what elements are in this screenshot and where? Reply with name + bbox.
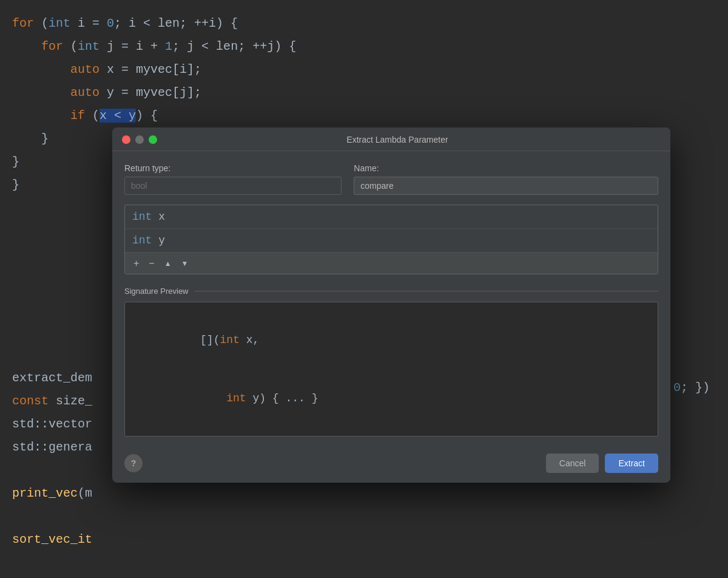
form-row: Return type: bool Name:	[124, 163, 658, 195]
return-type-input[interactable]: bool	[124, 177, 342, 195]
code-line-bot-8: sort_vec_it	[12, 528, 716, 551]
name-group: Name:	[354, 163, 658, 195]
dialog-titlebar: Extract Lambda Parameter	[112, 127, 670, 151]
signature-section: Signature Preview [](int x, int y) { ...…	[124, 287, 658, 437]
signature-header: Signature Preview	[124, 287, 658, 296]
code-line-3: auto x = myvec[i];	[12, 58, 716, 81]
extract-button[interactable]: Extract	[605, 454, 658, 473]
dialog-content: Return type: bool Name: int x int y + − …	[112, 151, 670, 446]
code-line-1: for (int i = 0; i < len; ++i) {	[12, 12, 716, 35]
name-label: Name:	[354, 163, 658, 173]
sig-line-1: [](int x,	[135, 311, 648, 369]
code-line-bot-6: print_vec(m	[12, 482, 716, 505]
param-var-x: x	[158, 211, 165, 223]
return-type-label: Return type:	[124, 163, 342, 173]
code-line-bot-9	[12, 551, 716, 574]
dialog-title: Extract Lambda Parameter	[167, 135, 628, 144]
code-line-5: if (x < y) {	[12, 104, 716, 127]
maximize-button[interactable]	[149, 135, 157, 144]
parameters-section: int x int y + − ▲ ▼	[124, 205, 658, 274]
code-line-bot-10: sort_vec_lo	[12, 574, 716, 578]
help-button[interactable]: ?	[124, 454, 143, 472]
move-up-button[interactable]: ▲	[162, 258, 174, 269]
close-button[interactable]	[122, 135, 130, 144]
cancel-button[interactable]: Cancel	[546, 454, 599, 473]
param-var-y: y	[158, 234, 165, 246]
dialog-footer: ? Cancel Extract	[112, 446, 670, 483]
signature-preview-box: [](int x, int y) { ... }	[124, 302, 658, 437]
minimize-button[interactable]	[135, 135, 144, 144]
param-row-y[interactable]: int y	[125, 229, 658, 253]
footer-actions: Cancel Extract	[546, 454, 658, 473]
param-row-x[interactable]: int x	[125, 205, 658, 229]
param-type-y: int	[132, 234, 152, 246]
param-type-x: int	[132, 211, 152, 223]
return-type-group: Return type: bool	[124, 163, 342, 195]
remove-param-button[interactable]: −	[146, 257, 157, 270]
code-line-4: auto y = myvec[j];	[12, 81, 716, 104]
signature-separator	[195, 291, 659, 291]
add-param-button[interactable]: +	[131, 257, 141, 270]
extract-lambda-dialog: Extract Lambda Parameter Return type: bo…	[112, 127, 670, 483]
move-down-button[interactable]: ▼	[179, 258, 191, 269]
name-input[interactable]	[354, 177, 658, 195]
code-line-2: for (int j = i + 1; j < len; ++j) {	[12, 35, 716, 58]
signature-label: Signature Preview	[124, 287, 189, 296]
traffic-lights	[122, 135, 157, 144]
code-line-bot-7	[12, 505, 716, 528]
params-toolbar: + − ▲ ▼	[125, 253, 658, 274]
sig-line-2: int y) { ... }	[135, 369, 648, 427]
right-code-1: 0; })	[673, 376, 710, 399]
